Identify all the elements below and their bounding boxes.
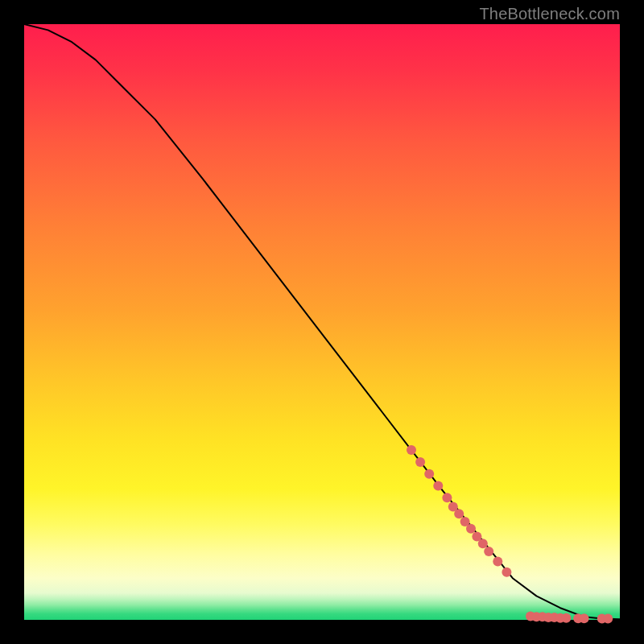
curve-line: [24, 24, 620, 619]
data-marker: [603, 614, 613, 624]
data-marker: [466, 524, 476, 534]
data-marker: [493, 556, 502, 566]
data-marker: [415, 457, 425, 467]
data-marker: [424, 469, 434, 479]
data-marker: [433, 481, 443, 491]
data-marker: [478, 539, 488, 548]
watermark-text: TheBottleneck.com: [479, 5, 620, 23]
data-marker: [442, 493, 452, 502]
chart-canvas: TheBottleneck.com: [0, 0, 644, 644]
chart-overlay: [24, 24, 620, 620]
marker-group: [407, 445, 613, 623]
data-marker: [454, 509, 464, 518]
data-marker: [484, 547, 493, 556]
data-marker: [502, 568, 511, 577]
data-marker: [580, 613, 589, 623]
data-marker: [561, 613, 571, 623]
data-marker: [407, 445, 416, 455]
